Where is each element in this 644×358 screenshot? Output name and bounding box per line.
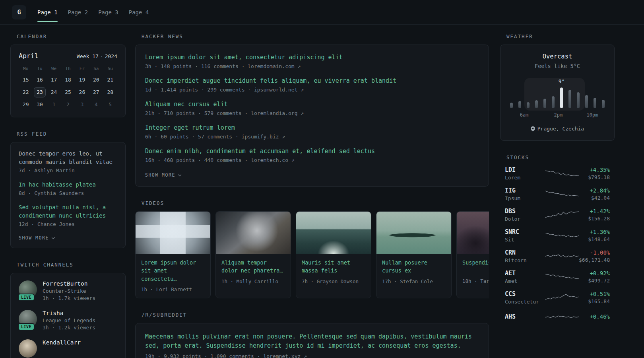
calendar-day: 21 xyxy=(103,74,117,86)
stock-symbol: LDI xyxy=(505,166,545,173)
day-header: Mo xyxy=(19,66,33,71)
video-card[interactable]: Suspendisse diam 18h · Tara xyxy=(456,211,489,298)
weather-time-label: 2pm xyxy=(554,112,563,118)
calendar-day: 25 xyxy=(61,86,75,98)
stock-row[interactable]: AHS +0.46% xyxy=(505,311,610,323)
stock-change: +0.92% xyxy=(579,270,610,276)
calendar-day: 18 xyxy=(61,74,75,86)
video-thumbnail xyxy=(376,212,451,254)
hn-item: Aliquam nec cursus elit 21h · 710 points… xyxy=(145,100,479,116)
calendar-day: 27 xyxy=(89,86,103,98)
stock-change: +2.84% xyxy=(579,187,610,194)
calendar-week-year: Week 17·2024 xyxy=(77,53,117,59)
videos-widget: VIDEOS Lorem ipsum dolor sit amet consec… xyxy=(135,200,489,298)
calendar-week-row: 29 30 1 2 3 4 5 xyxy=(19,98,117,111)
hn-item-title[interactable]: Donec imperdiet augue tincidunt felis al… xyxy=(145,77,479,85)
calendar-day: 16 xyxy=(33,74,47,86)
middle-column: HACKER NEWS Lorem ipsum dolor sit amet, … xyxy=(135,33,489,358)
rss-item-title[interactable]: Donec tempor eros leo, ut commodo mauris… xyxy=(19,150,117,166)
channel-category: Counter-Strike xyxy=(43,288,95,294)
video-title: Lorem ipsum dolor sit amet consectetu… xyxy=(141,259,205,283)
calendar-week-row: 15 16 17 18 19 20 21 xyxy=(19,74,117,86)
stock-sparkline xyxy=(545,250,579,262)
hn-item-title[interactable]: Lorem ipsum dolor sit amet, consectetur … xyxy=(145,53,479,62)
rss-show-more-button[interactable]: SHOW MORE xyxy=(19,235,54,241)
stock-change: -1.00% xyxy=(579,249,610,256)
subreddit-post-title[interactable]: Maecenas mollis pulvinar erat non posuer… xyxy=(145,332,479,351)
calendar-grid: 15 16 17 18 19 20 21 22 23 24 25 26 xyxy=(19,74,117,111)
stock-row[interactable]: CCSConsectetur +0.51%$165.84 xyxy=(505,290,610,305)
stock-row[interactable]: LDILorem +4.35%$795.18 xyxy=(505,166,610,181)
tab-page-1[interactable]: Page 1 xyxy=(37,8,58,17)
right-column: WEATHER Overcast Feels like 5°C 9° 6am 2… xyxy=(500,33,615,358)
rss-item-meta: 7d · Ashlyn Martin xyxy=(19,167,117,173)
app-logo[interactable]: G xyxy=(12,5,26,19)
rss-section-title: RSS FEED xyxy=(17,131,126,137)
stock-row[interactable]: IIGIpsum +2.84%$42.04 xyxy=(505,187,610,201)
video-card[interactable]: Lorem ipsum dolor sit amet consectetu… 1… xyxy=(135,211,211,298)
channel-meta: 1h · 1.7k viewers xyxy=(43,295,95,301)
tab-page-3[interactable]: Page 3 xyxy=(98,8,118,17)
twitch-channel-row[interactable]: LIVE ForrestBurton Counter-Strike 1h · 1… xyxy=(19,280,117,301)
hn-item: Integer eget rutrum lorem 6h · 60 points… xyxy=(145,124,479,140)
stock-sparkline xyxy=(545,292,579,304)
location-pin-icon xyxy=(531,126,535,132)
hackernews-widget: HACKER NEWS Lorem ipsum dolor sit amet, … xyxy=(135,33,489,187)
video-meta: 18h · Tara xyxy=(462,278,489,284)
stock-row[interactable]: SNRCSit +1.36%$148.64 xyxy=(505,228,610,243)
channel-name: ForrestBurton xyxy=(43,280,95,287)
hn-item-title[interactable]: Integer eget rutrum lorem xyxy=(145,124,479,132)
rss-item-title[interactable]: Sed volutpat nulla nisl, a condimentum n… xyxy=(19,203,117,220)
stock-name: Amet xyxy=(505,278,545,284)
hn-show-more-button[interactable]: SHOW MORE xyxy=(145,172,181,178)
twitch-channel-row[interactable]: LIVE Trisha League of Legends 3h · 1.2k … xyxy=(19,310,117,331)
calendar-section-title: CALENDAR xyxy=(17,33,126,39)
video-card[interactable]: Aliquam tempor dolor nec pharetra… 1h · … xyxy=(215,211,291,298)
stock-row[interactable]: DBSDolor +1.42%$156.28 xyxy=(505,208,610,222)
rss-item: Sed volutpat nulla nisl, a condimentum n… xyxy=(19,203,117,227)
video-card[interactable]: Mauris sit amet massa felis 7h · Grayson… xyxy=(296,211,371,298)
stock-sparkline xyxy=(545,271,579,283)
hn-item: Lorem ipsum dolor sit amet, consectetur … xyxy=(145,53,479,69)
stock-change: +4.35% xyxy=(579,167,610,173)
weather-bar xyxy=(568,90,571,108)
day-header: Sa xyxy=(89,66,103,71)
live-badge: LIVE xyxy=(18,294,35,301)
day-header: Th xyxy=(61,66,75,71)
stock-price: $42.04 xyxy=(579,195,610,201)
channel-name: Trisha xyxy=(43,310,95,316)
subreddit-card: Maecenas mollis pulvinar erat non posuer… xyxy=(135,323,489,358)
hn-item-meta: 21h · 710 points · 579 comments · loreml… xyxy=(145,110,479,116)
stock-symbol: CRN xyxy=(505,249,545,256)
weather-bar: 9° xyxy=(560,88,563,108)
rss-item: In hac habitasse platea 8d · Cynthia Sau… xyxy=(19,181,117,196)
videos-row: Lorem ipsum dolor sit amet consectetu… 1… xyxy=(135,211,489,298)
twitch-card: LIVE ForrestBurton Counter-Strike 1h · 1… xyxy=(10,273,126,358)
twitch-channel-row[interactable]: KendallCarr xyxy=(19,339,117,358)
stock-price: $499.72 xyxy=(579,278,610,284)
tab-page-2[interactable]: Page 2 xyxy=(68,8,88,17)
stock-row[interactable]: CRNBitcorn -1.00%$66,171.48 xyxy=(505,249,610,263)
weather-bar xyxy=(535,100,538,108)
stock-symbol: AHS xyxy=(505,313,545,320)
stock-sparkline xyxy=(545,311,579,323)
video-card[interactable]: Nullam posuere cursus ex 17h · Stefan Co… xyxy=(376,211,452,298)
hn-item-title[interactable]: Aliquam nec cursus elit xyxy=(145,100,479,109)
tab-page-4[interactable]: Page 4 xyxy=(129,8,149,17)
weather-bar xyxy=(510,103,513,108)
stock-row[interactable]: AETAmet +0.92%$499.72 xyxy=(505,270,610,284)
hn-item-title[interactable]: Donec enim nibh, condimentum et accumsan… xyxy=(145,147,479,156)
twitch-section-title: TWITCH CHANNELS xyxy=(17,262,126,268)
left-column: CALENDAR April Week 17·2024 Mo Tu We Th … xyxy=(10,33,126,358)
hn-item-meta: 1d · 1,414 points · 299 comments · ipsum… xyxy=(145,87,479,93)
stock-sparkline xyxy=(545,230,579,241)
stock-name: Consectetur xyxy=(505,299,545,305)
video-title: Mauris sit amet massa felis xyxy=(302,259,365,275)
subreddit-widget: /R/SUBREDDIT Maecenas mollis pulvinar er… xyxy=(135,312,489,358)
hn-item-meta: 16h · 468 points · 440 comments · loremt… xyxy=(145,157,479,163)
video-title: Suspendisse diam xyxy=(462,259,489,274)
calendar-day: 30 xyxy=(33,98,47,111)
rss-item-title[interactable]: In hac habitasse platea xyxy=(19,181,117,189)
calendar-day-next-month: 3 xyxy=(75,98,89,111)
stock-sparkline xyxy=(545,209,579,221)
